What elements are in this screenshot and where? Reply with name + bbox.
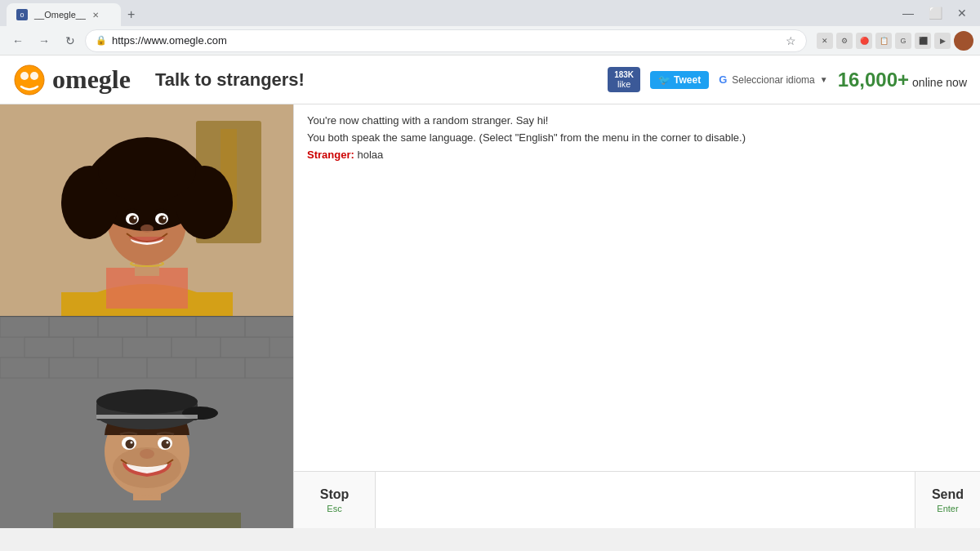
site-tagline: Talk to strangers!	[155, 69, 305, 91]
ext-icon-7[interactable]: ▶	[934, 33, 951, 49]
send-button[interactable]: Send Enter	[915, 472, 980, 528]
send-button-label: Send	[932, 487, 964, 502]
stranger-message: Stranger: holaa	[307, 149, 967, 161]
forward-button[interactable]: →	[33, 29, 56, 52]
stop-button-label: Stop	[320, 487, 350, 502]
logo-area: omegle	[13, 64, 131, 96]
browser-chrome-top: o __Omegle__ ✕ + — ⬜ ✕	[0, 0, 980, 26]
site-header: omegle Talk to strangers! 183K like 🐦 Tw…	[0, 56, 980, 104]
new-tab-button[interactable]: +	[121, 6, 141, 24]
header-right-area: 183K like 🐦 Tweet G Seleccionar idioma ▼…	[608, 67, 967, 92]
video-column	[0, 104, 294, 528]
chat-input-area: Stop Esc Send Enter	[294, 471, 980, 528]
stranger-video-panel	[0, 104, 293, 317]
omegle-logo-icon	[13, 64, 46, 96]
page-content: omegle Talk to strangers! 183K like 🐦 Tw…	[0, 56, 980, 528]
svg-point-57	[140, 449, 154, 459]
logo-text: omegle	[52, 64, 131, 95]
svg-point-21	[163, 217, 166, 220]
minimize-button[interactable]: —	[896, 5, 920, 21]
tab-close-btn[interactable]: ✕	[92, 11, 99, 20]
svg-point-22	[140, 224, 154, 233]
stop-button-hint: Esc	[327, 504, 341, 513]
user-video-panel	[0, 317, 293, 528]
ext-icon-2[interactable]: ⚙	[836, 33, 853, 49]
svg-point-20	[134, 217, 136, 220]
navigation-bar: ← → ↻ 🔒 https://www.omegle.com ☆ ✕ ⚙ 🔴 📋…	[0, 26, 980, 56]
svg-point-56	[167, 442, 169, 444]
chat-panel: You're now chatting with a random strang…	[294, 104, 980, 528]
tweet-button[interactable]: 🐦 Tweet	[650, 71, 709, 89]
svg-point-55	[131, 442, 133, 444]
svg-point-19	[158, 216, 167, 224]
refresh-button[interactable]: ↻	[59, 29, 82, 52]
system-message-2: You both speak the same language. (Selec…	[307, 131, 967, 144]
svg-point-1	[20, 72, 29, 80]
chat-input-field[interactable]	[376, 472, 915, 528]
active-tab[interactable]: o __Omegle__ ✕	[7, 3, 121, 26]
chat-input-wrapper	[376, 472, 915, 528]
twitter-icon: 🐦	[658, 74, 670, 86]
tweet-label: Tweet	[674, 74, 701, 86]
svg-point-47	[96, 389, 198, 414]
tab-area: o __Omegle__ ✕ +	[7, 0, 141, 26]
stranger-label: Stranger:	[307, 149, 354, 161]
svg-point-54	[162, 440, 171, 449]
ext-icon-1[interactable]: ✕	[817, 33, 833, 49]
like-label: like	[617, 79, 631, 89]
facebook-like-widget[interactable]: 183K like	[608, 67, 640, 92]
svg-point-15	[98, 137, 196, 202]
close-button[interactable]: ✕	[951, 5, 973, 21]
stop-button[interactable]: Stop Esc	[294, 472, 376, 528]
url-text: https://www.omegle.com	[112, 34, 227, 47]
window-controls: — ⬜ ✕	[896, 5, 973, 21]
online-counter: 16,000+ online now	[838, 69, 967, 91]
lock-icon: 🔒	[96, 35, 107, 46]
like-count: 183K	[614, 70, 634, 79]
svg-rect-42	[53, 513, 241, 528]
tab-title: __Omegle__	[34, 10, 86, 20]
svg-point-53	[126, 440, 135, 449]
system-message-1: You're now chatting with a random strang…	[307, 114, 967, 127]
stranger-video-image	[0, 104, 293, 317]
translate-arrow-icon: ▼	[820, 75, 828, 84]
user-video-image	[0, 317, 293, 528]
ext-icon-3[interactable]: 🔴	[856, 33, 872, 49]
online-count-label: online now	[912, 76, 967, 89]
maximize-button[interactable]: ⬜	[922, 5, 949, 21]
back-button[interactable]: ←	[7, 29, 29, 52]
ext-icon-5[interactable]: G	[895, 33, 911, 49]
ext-icon-6[interactable]: ⬛	[915, 33, 931, 49]
bookmark-icon[interactable]: ☆	[786, 34, 796, 47]
tab-favicon: o	[16, 9, 28, 20]
online-count-number: 16,000+	[838, 69, 909, 91]
send-button-hint: Enter	[937, 504, 958, 513]
translate-label: Seleccionar idioma	[732, 74, 814, 86]
svg-rect-49	[96, 415, 198, 419]
google-g-icon: G	[719, 73, 727, 86]
ext-icon-4[interactable]: 📋	[875, 33, 892, 49]
svg-point-18	[129, 216, 137, 224]
profile-avatar[interactable]	[954, 31, 973, 51]
address-bar[interactable]: 🔒 https://www.omegle.com ☆	[85, 29, 807, 52]
stranger-message-text: holaa	[357, 149, 383, 161]
main-content: You're now chatting with a random strang…	[0, 104, 980, 528]
chat-messages-area: You're now chatting with a random strang…	[294, 104, 980, 471]
google-translate-area: G Seleccionar idioma ▼	[719, 73, 827, 86]
extension-icons: ✕ ⚙ 🔴 📋 G ⬛ ▶	[817, 31, 973, 51]
svg-point-2	[30, 72, 38, 80]
